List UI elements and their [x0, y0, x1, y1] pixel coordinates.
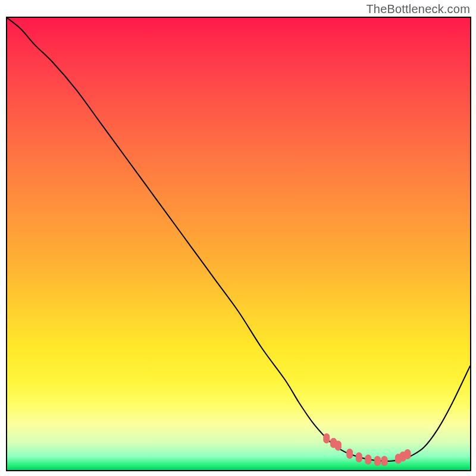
sweet-spot-dot — [356, 453, 362, 462]
bottleneck-curve — [7, 18, 470, 461]
sweet-spot-dot — [374, 456, 380, 466]
sweet-spot-dot — [381, 456, 387, 466]
sweet-spot-dot — [405, 449, 411, 459]
chart-area — [6, 17, 471, 471]
sweet-spot-dot — [335, 441, 341, 450]
sweet-spot-dot — [324, 434, 330, 443]
chart-svg — [7, 18, 470, 470]
sweet-spot-dot — [347, 449, 353, 459]
watermark-text: TheBottleneck.com — [366, 2, 470, 16]
sweet-spot-dot — [365, 455, 371, 465]
sweet-spot-markers — [324, 434, 411, 466]
